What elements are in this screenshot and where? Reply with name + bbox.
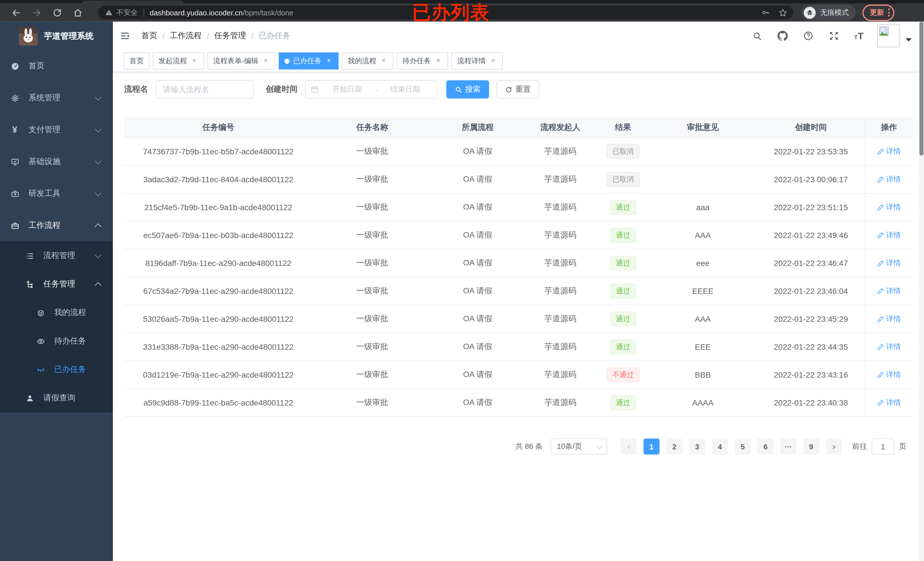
chevron-down-icon: [95, 252, 102, 258]
tab-close-icon[interactable]: ×: [325, 57, 333, 65]
security-label[interactable]: 不安全: [116, 8, 138, 17]
tab-start-process[interactable]: 发起流程×: [153, 52, 204, 69]
tab-my-process[interactable]: 我的流程×: [342, 52, 393, 69]
search-icon[interactable]: [752, 31, 762, 41]
breadcrumb-item-home[interactable]: 首页: [141, 31, 158, 41]
process-name-input[interactable]: [156, 80, 254, 99]
next-page-button[interactable]: ›: [826, 438, 842, 455]
reset-button[interactable]: 重置: [496, 80, 539, 99]
date-range-picker[interactable]: 开始日期 - 结束日期: [305, 80, 437, 99]
sidebar-item-label: 流程管理: [44, 251, 75, 261]
browser-active-tab[interactable]: [82, 1, 183, 3]
cell-starter: 芋道源码: [523, 305, 597, 333]
tab-close-icon[interactable]: ×: [489, 57, 497, 65]
font-size-icon[interactable]: TT: [854, 31, 864, 41]
detail-link[interactable]: 详情: [877, 314, 901, 324]
page-ellipsis[interactable]: ···: [780, 438, 796, 455]
page-button-6[interactable]: 6: [758, 438, 774, 455]
reload-icon[interactable]: [50, 6, 64, 19]
result-badge: 通过: [610, 256, 636, 271]
detail-link[interactable]: 详情: [877, 398, 901, 408]
page-button-9[interactable]: 9: [803, 438, 819, 455]
cell-process: OA 请假: [432, 221, 523, 249]
sidebar-item-home[interactable]: 首页: [0, 50, 113, 82]
chevron-down-icon: [95, 190, 102, 196]
tab-process-detail[interactable]: 流程详情×: [452, 52, 503, 69]
goto-page-input[interactable]: [872, 438, 894, 455]
sidebar-item-workflow[interactable]: 工作流程: [0, 209, 113, 241]
back-icon[interactable]: [9, 6, 23, 19]
page-size-select[interactable]: 10条/页: [550, 438, 607, 455]
tab-home[interactable]: 首页: [124, 52, 149, 69]
sidebar-item-my-process[interactable]: 我的流程: [0, 298, 113, 327]
cell-create-time: 2022-01-22 23:44:35: [757, 333, 865, 361]
sidebar-item-system[interactable]: 系统管理: [0, 82, 113, 114]
browser-menu-icon[interactable]: [888, 8, 890, 17]
app-logo: [19, 27, 38, 45]
prev-page-button[interactable]: ‹: [621, 438, 637, 455]
search-button[interactable]: 搜索: [446, 80, 489, 99]
start-date-placeholder: 开始日期: [321, 84, 374, 94]
github-icon[interactable]: [777, 31, 788, 41]
detail-link[interactable]: 详情: [877, 258, 901, 268]
sidebar-item-task-mgmt[interactable]: 任务管理: [0, 270, 113, 298]
browser-update-button[interactable]: 更新: [862, 4, 894, 21]
tab-todo-tasks[interactable]: 待办任务×: [397, 52, 448, 69]
detail-link[interactable]: 详情: [877, 147, 901, 157]
sidebar-item-done-tasks[interactable]: 已办任务: [0, 355, 113, 384]
cell-task-id: 331e3388-7b9a-11ec-a290-acde48001122: [124, 333, 312, 361]
tab-close-icon[interactable]: ×: [434, 57, 442, 65]
chevron-down-icon: [95, 94, 102, 100]
detail-link[interactable]: 详情: [877, 286, 901, 296]
cell-task-id: 03d1219e-7b9a-11ec-a290-acde48001122: [124, 361, 312, 389]
avatar-caret-icon[interactable]: [906, 38, 912, 42]
tab-close-icon[interactable]: ×: [262, 57, 270, 65]
avatar[interactable]: [877, 24, 900, 47]
sidebar-toggle-icon[interactable]: [120, 31, 130, 41]
cell-task-id: a59c9d88-7b99-11ec-ba5c-acde48001122: [124, 389, 312, 416]
sidebar-item-infra[interactable]: 基础设施: [0, 146, 113, 178]
logo-row[interactable]: 芋道管理系统: [0, 22, 113, 50]
password-key-icon[interactable]: [761, 8, 770, 17]
detail-link[interactable]: 详情: [877, 174, 901, 184]
sidebar-item-leave-query[interactable]: 请假查询: [0, 384, 113, 412]
cell-task-name: 一级审批: [312, 333, 432, 361]
cell-starter: 芋道源码: [523, 333, 597, 361]
breadcrumb-item-task-mgmt[interactable]: 任务管理: [214, 31, 246, 41]
bookmark-star-icon[interactable]: [778, 8, 788, 17]
cell-opinion: EEEE: [649, 277, 757, 305]
url-path: /bpm/task/done: [243, 8, 294, 17]
sidebar-item-todo-tasks[interactable]: 待办任务: [0, 327, 113, 355]
breadcrumb-item-workflow[interactable]: 工作流程: [170, 31, 202, 41]
page-scrollbar[interactable]: [919, 22, 924, 561]
cell-opinion: AAAA: [649, 389, 757, 416]
tab-close-icon[interactable]: ×: [380, 57, 388, 65]
breadcrumb-item-current: 已办任务: [258, 31, 290, 41]
col-task-id: 任务编号: [124, 117, 312, 137]
user-icon: [25, 394, 34, 402]
sidebar-item-process-mgmt[interactable]: 流程管理: [0, 241, 113, 270]
help-icon[interactable]: [803, 31, 813, 41]
tab-form-edit[interactable]: 流程表单-编辑×: [207, 52, 275, 69]
cell-opinion: EEE: [649, 333, 757, 361]
scrollbar-thumb[interactable]: [920, 22, 923, 156]
page-button-4[interactable]: 4: [712, 438, 728, 455]
tab-done-tasks[interactable]: 已办任务×: [279, 52, 339, 69]
tab-close-icon[interactable]: ×: [190, 57, 198, 65]
breadcrumb-separator: /: [207, 31, 209, 40]
home-icon[interactable]: [70, 6, 84, 19]
result-badge: 已取消: [607, 172, 639, 187]
table-header-row: 任务编号 任务名称 所属流程 流程发起人 结果 审批意见 创建时间 操作: [124, 117, 913, 138]
page-button-2[interactable]: 2: [666, 438, 682, 455]
detail-link[interactable]: 详情: [877, 370, 901, 380]
page-button-1[interactable]: 1: [644, 438, 660, 455]
forward-icon[interactable]: [30, 6, 44, 19]
page-button-3[interactable]: 3: [689, 438, 705, 455]
detail-link[interactable]: 详情: [877, 342, 901, 352]
sidebar-item-payment[interactable]: ¥ 支付管理: [0, 114, 113, 146]
detail-link[interactable]: 详情: [877, 202, 901, 212]
detail-link[interactable]: 详情: [877, 230, 901, 240]
fullscreen-icon[interactable]: [828, 31, 839, 41]
sidebar-item-devtools[interactable]: 研发工具: [0, 178, 113, 209]
page-button-5[interactable]: 5: [735, 438, 751, 455]
